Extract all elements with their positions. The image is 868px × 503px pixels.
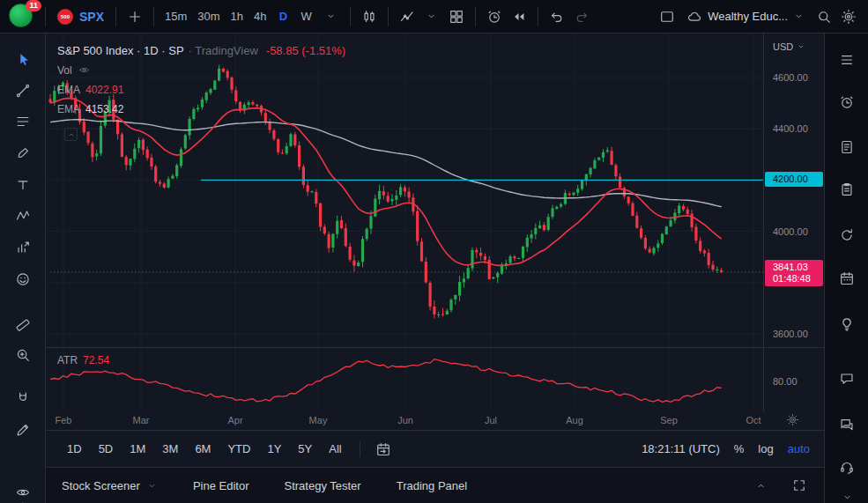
range-1d[interactable]: 1D	[60, 439, 89, 460]
volume-visibility-toggle[interactable]	[78, 64, 90, 76]
time-axis[interactable]: FebMarAprMayJunJulAugSepOct	[46, 411, 824, 430]
alert-button[interactable]	[482, 4, 507, 29]
range-all[interactable]: All	[322, 439, 348, 460]
chart-legend: S&P 500 Index · 1D · SP · TradingView -5…	[57, 44, 345, 122]
timezone-settings-gear-icon[interactable]	[786, 413, 799, 426]
price-axis[interactable]: USD 4600.004400.004200.004000.003600.003…	[764, 33, 824, 411]
chart-style-button[interactable]	[357, 4, 382, 29]
search-button[interactable]	[812, 4, 836, 29]
redo-button[interactable]	[569, 4, 594, 29]
range-3m[interactable]: 3M	[155, 439, 185, 460]
timeframe-4h[interactable]: 4h	[249, 5, 271, 28]
fib-retracement-icon[interactable]	[11, 110, 34, 133]
brush-icon[interactable]	[11, 142, 34, 165]
timeframe-1d[interactable]: D	[273, 5, 294, 28]
ideas-icon[interactable]	[835, 313, 858, 336]
log-scale-toggle[interactable]: log	[758, 442, 773, 455]
tab-strategy-tester[interactable]: Strategy Tester	[284, 468, 360, 503]
cursor-icon[interactable]	[11, 48, 34, 71]
add-symbol-button[interactable]	[122, 4, 147, 29]
separator	[45, 7, 46, 26]
chevron-down-icon	[146, 480, 158, 492]
percent-scale-toggle[interactable]: %	[734, 442, 745, 455]
symbol-search-button[interactable]: 500 SPX	[52, 4, 109, 29]
tab-stock-screener[interactable]: Stock Screener	[62, 468, 158, 503]
cloud-icon	[686, 9, 702, 25]
legend-attribution: · TradingView	[189, 44, 258, 57]
ema-legend-label[interactable]: EMA	[57, 84, 80, 96]
draw-icon[interactable]	[11, 418, 34, 441]
multichart-layout-button[interactable]	[444, 4, 469, 29]
bottom-toolbar: 1D 5D 1M 3M 6M YTD 1Y 5Y All 18:21:11 (U…	[46, 430, 824, 467]
auto-scale-toggle[interactable]: auto	[788, 442, 810, 455]
undo-button[interactable]	[545, 4, 569, 29]
range-1y[interactable]: 1Y	[260, 439, 288, 460]
currency-label: USD	[773, 41, 793, 52]
chat-icon[interactable]	[835, 367, 858, 390]
chevron-up-icon	[755, 480, 767, 492]
tab-pine-editor[interactable]: Pine Editor	[193, 468, 249, 503]
gear-icon	[841, 9, 857, 25]
refresh-icon[interactable]	[835, 224, 858, 247]
xabcd-pattern-icon[interactable]	[11, 204, 34, 227]
ema-legend-value: 4022.91	[85, 84, 123, 96]
timeframe-1w[interactable]: W	[296, 5, 317, 28]
zoom-icon[interactable]	[11, 344, 34, 366]
panel-fullscreen-button[interactable]	[787, 473, 812, 498]
chevron-down-icon	[325, 11, 337, 22]
go-to-date-button[interactable]	[371, 437, 396, 462]
indicators-button[interactable]	[395, 4, 419, 29]
tab-label: Stock Screener	[62, 479, 140, 492]
target-icon[interactable]	[11, 497, 34, 503]
data-window-icon[interactable]	[835, 178, 858, 201]
currency-selector[interactable]: USD	[773, 41, 805, 52]
magnet-icon[interactable]	[11, 387, 34, 410]
news-icon[interactable]	[835, 136, 858, 159]
timeframe-1h[interactable]: 1h	[226, 5, 248, 28]
pane-divider[interactable]	[46, 347, 824, 348]
watchlist-icon[interactable]	[835, 48, 858, 71]
tab-trading-panel[interactable]: Trading Panel	[397, 468, 467, 503]
layout-select-button[interactable]	[655, 4, 679, 29]
conversations-icon[interactable]	[835, 413, 858, 436]
volume-legend-label[interactable]: Vol	[57, 64, 72, 77]
month-label-apr: Apr	[222, 415, 249, 425]
legend-collapse-caret[interactable]	[64, 128, 78, 141]
more-icon[interactable]	[835, 485, 858, 503]
atr-legend[interactable]: ATR 72.54	[57, 354, 109, 366]
range-5d[interactable]: 5D	[92, 439, 121, 460]
range-1m[interactable]: 1M	[122, 439, 152, 460]
timeframe-menu-chevron[interactable]	[319, 4, 344, 29]
panel-collapse-button[interactable]	[748, 473, 773, 498]
chart-area[interactable]: S&P 500 Index · 1D · SP · TradingView -5…	[46, 33, 824, 411]
support-icon[interactable]	[835, 455, 858, 478]
settings-button[interactable]	[836, 4, 861, 29]
emoji-icon[interactable]	[11, 268, 34, 291]
timeframe-15m[interactable]: 15m	[160, 5, 191, 28]
text-icon[interactable]	[11, 174, 34, 196]
atr-legend-label: ATR	[57, 354, 78, 366]
layout-icon	[659, 9, 675, 25]
alerts-icon[interactable]	[835, 91, 858, 114]
main-menu-button[interactable]: 11	[9, 4, 35, 30]
ruler-icon[interactable]	[11, 313, 34, 336]
clock-utc[interactable]: 18:21:11 (UTC)	[642, 442, 720, 455]
cloud-save-button[interactable]: Wealthy Educ...	[679, 4, 812, 29]
price-tick: 4000.00	[773, 226, 808, 238]
range-ytd[interactable]: YTD	[220, 439, 257, 460]
forecast-icon[interactable]	[11, 236, 34, 259]
legend-symbol-title[interactable]: S&P 500 Index · 1D · SP	[57, 44, 184, 57]
chevron-up-icon	[67, 130, 76, 139]
bar-replay-button[interactable]	[507, 4, 531, 29]
indicators-icon	[399, 9, 415, 25]
trend-line-icon[interactable]	[11, 79, 34, 102]
timeframe-30m[interactable]: 30m	[193, 5, 224, 28]
range-5y[interactable]: 5Y	[291, 439, 319, 460]
separator	[360, 441, 360, 457]
redo-icon	[574, 9, 590, 25]
candles-icon	[361, 9, 377, 25]
range-6m[interactable]: 6M	[188, 439, 218, 460]
indicator-templates-chevron[interactable]	[419, 4, 444, 29]
ema-legend-label[interactable]: EMA	[57, 103, 80, 115]
calendar-icon[interactable]	[835, 267, 858, 290]
